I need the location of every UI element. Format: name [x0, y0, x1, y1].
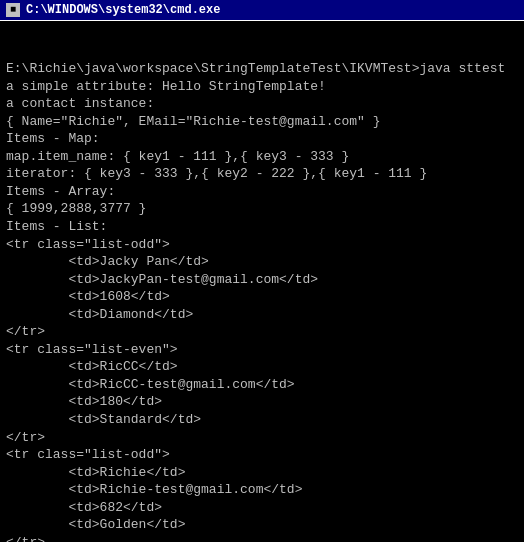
console-line: <tr class="list-odd">: [6, 446, 518, 464]
console-line: map.item_name: { key1 - 111 },{ key3 - 3…: [6, 148, 518, 166]
console-line: Items - Array:: [6, 183, 518, 201]
console-line: E:\Richie\java\workspace\StringTemplateT…: [6, 60, 518, 78]
console-line: <td>Golden</td>: [6, 516, 518, 534]
console-line: </tr>: [6, 429, 518, 447]
console-line: { 1999,2888,3777 }: [6, 200, 518, 218]
console-line: <td>JackyPan-test@gmail.com</td>: [6, 271, 518, 289]
title-bar: ■ C:\WINDOWS\system32\cmd.exe: [0, 0, 524, 21]
console-line: <td>682</td>: [6, 499, 518, 517]
console-line: Items - List:: [6, 218, 518, 236]
console-line: iterator: { key3 - 333 },{ key2 - 222 },…: [6, 165, 518, 183]
console-line: <td>RicCC</td>: [6, 358, 518, 376]
console-output[interactable]: E:\Richie\java\workspace\StringTemplateT…: [0, 21, 524, 542]
console-line: <td>RicCC-test@gmail.com</td>: [6, 376, 518, 394]
console-line: Items - Map:: [6, 130, 518, 148]
console-line: </tr>: [6, 534, 518, 542]
console-line: <td>Richie</td>: [6, 464, 518, 482]
console-line: <td>Diamond</td>: [6, 306, 518, 324]
window-icon: ■: [6, 3, 20, 17]
console-line: <td>Jacky Pan</td>: [6, 253, 518, 271]
console-line: <tr class="list-even">: [6, 341, 518, 359]
console-line: { Name="Richie", EMail="Richie-test@gmai…: [6, 113, 518, 131]
console-line: <td>180</td>: [6, 393, 518, 411]
console-line: <td>Standard</td>: [6, 411, 518, 429]
console-line: a simple attribute: Hello StringTemplate…: [6, 78, 518, 96]
console-line: <tr class="list-odd">: [6, 236, 518, 254]
console-line: </tr>: [6, 323, 518, 341]
console-line: a contact instance:: [6, 95, 518, 113]
console-line: <td>Richie-test@gmail.com</td>: [6, 481, 518, 499]
title-bar-text: C:\WINDOWS\system32\cmd.exe: [26, 3, 220, 17]
cmd-window: ■ C:\WINDOWS\system32\cmd.exe E:\Richie\…: [0, 0, 524, 542]
console-line: <td>1608</td>: [6, 288, 518, 306]
